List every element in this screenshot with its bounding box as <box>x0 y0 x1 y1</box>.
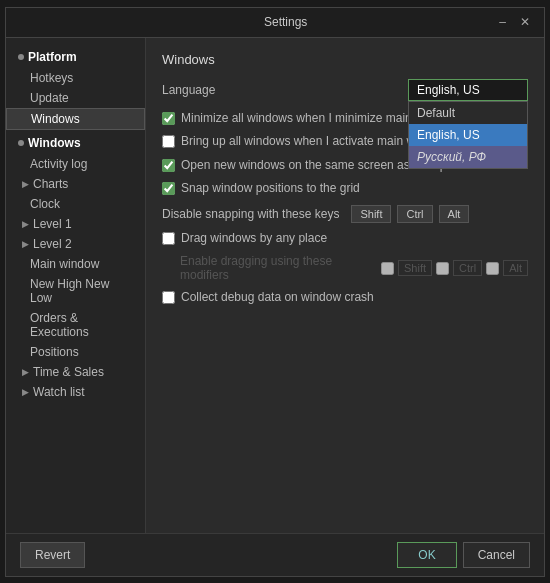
language-option-russian[interactable]: Русский, РФ <box>409 146 527 168</box>
drag-ctrl-checkbox[interactable] <box>436 262 449 275</box>
drag-shift-key: Shift <box>398 260 432 276</box>
snap-grid-row: Snap window positions to the grid <box>162 181 528 197</box>
section-title: Windows <box>162 52 528 67</box>
language-row: Language English, US Default English, US <box>162 79 528 101</box>
snap-keys-row: Disable snapping with these keys Shift C… <box>162 205 528 223</box>
drag-modifier-label: Enable dragging using these modifiers <box>180 254 373 282</box>
sidebar-item-level2[interactable]: ▶ Level 2 <box>6 234 145 254</box>
charts-arrow-icon: ▶ <box>22 179 29 189</box>
language-option-default[interactable]: Default <box>409 102 527 124</box>
language-label: Language <box>162 83 215 97</box>
settings-dialog: Settings – ✕ Platform Hotkeys Update <box>5 7 545 577</box>
level2-arrow-icon: ▶ <box>22 239 29 249</box>
language-option-english-us[interactable]: English, US <box>409 124 527 146</box>
time-sales-arrow-icon: ▶ <box>22 367 29 377</box>
footer-right-buttons: OK Cancel <box>397 542 530 568</box>
sidebar-item-update[interactable]: Update <box>6 88 145 108</box>
drag-shift-checkbox[interactable] <box>381 262 394 275</box>
dialog-title: Settings <box>76 15 495 29</box>
title-bar: Settings – ✕ <box>6 8 544 38</box>
drag-ctrl-key: Ctrl <box>453 260 482 276</box>
drag-alt-checkbox[interactable] <box>486 262 499 275</box>
same-screen-checkbox[interactable] <box>162 159 175 172</box>
drag-any-label: Drag windows by any place <box>181 231 327 247</box>
sidebar-item-charts[interactable]: ▶ Charts <box>6 174 145 194</box>
collect-debug-label: Collect debug data on window crash <box>181 290 374 306</box>
sidebar-item-positions[interactable]: Positions <box>6 342 145 362</box>
platform-bullet <box>18 54 24 60</box>
level1-arrow-icon: ▶ <box>22 219 29 229</box>
sidebar-item-main-window[interactable]: Main window <box>6 254 145 274</box>
sidebar-item-activity-log[interactable]: Activity log <box>6 154 145 174</box>
windows-section-label: Windows <box>6 132 145 154</box>
snap-grid-label: Snap window positions to the grid <box>181 181 360 197</box>
cancel-button[interactable]: Cancel <box>463 542 530 568</box>
language-dropdown-menu: Default English, US Русский, РФ <box>408 101 528 169</box>
sidebar-item-orders-executions[interactable]: Orders & Executions <box>6 308 145 342</box>
minimize-button[interactable]: – <box>495 15 510 29</box>
sidebar-item-windows-platform[interactable]: Windows <box>6 108 145 130</box>
language-dropdown[interactable]: English, US <box>408 79 528 101</box>
shift-key-btn[interactable]: Shift <box>351 205 391 223</box>
ok-button[interactable]: OK <box>397 542 456 568</box>
drag-modifier-row: Enable dragging using these modifiers Sh… <box>180 254 528 282</box>
drag-any-checkbox[interactable] <box>162 232 175 245</box>
main-content: Windows Language English, US Default Eng… <box>146 38 544 533</box>
sidebar-item-time-sales[interactable]: ▶ Time & Sales <box>6 362 145 382</box>
dialog-body: Platform Hotkeys Update Windows Windows <box>6 38 544 533</box>
dialog-footer: Revert OK Cancel <box>6 533 544 576</box>
close-button[interactable]: ✕ <box>516 15 534 29</box>
platform-section: Platform Hotkeys Update Windows <box>6 46 145 130</box>
sidebar-item-level1[interactable]: ▶ Level 1 <box>6 214 145 234</box>
ctrl-key-btn[interactable]: Ctrl <box>397 205 432 223</box>
drag-any-row: Drag windows by any place <box>162 231 528 247</box>
language-dropdown-wrapper: English, US Default English, US Русский,… <box>408 79 528 101</box>
title-bar-controls: – ✕ <box>495 15 534 29</box>
snap-keys-label: Disable snapping with these keys <box>162 207 339 221</box>
windows-section: Windows Activity log ▶ Charts Clock ▶ Le… <box>6 132 145 402</box>
snap-grid-checkbox[interactable] <box>162 182 175 195</box>
bring-up-all-checkbox[interactable] <box>162 135 175 148</box>
platform-section-label: Platform <box>6 46 145 68</box>
watch-list-arrow-icon: ▶ <box>22 387 29 397</box>
sidebar-item-watch-list[interactable]: ▶ Watch list <box>6 382 145 402</box>
minimize-all-checkbox[interactable] <box>162 112 175 125</box>
windows-bullet <box>18 140 24 146</box>
drag-alt-key: Alt <box>503 260 528 276</box>
bring-up-all-label: Bring up all windows when I activate mai… <box>181 134 446 150</box>
alt-key-btn[interactable]: Alt <box>439 205 470 223</box>
sidebar-item-hotkeys[interactable]: Hotkeys <box>6 68 145 88</box>
crash-debug-row: Collect debug data on window crash <box>162 290 528 306</box>
sidebar-item-new-high-new-low[interactable]: New High New Low <box>6 274 145 308</box>
sidebar-item-clock[interactable]: Clock <box>6 194 145 214</box>
sidebar: Platform Hotkeys Update Windows Windows <box>6 38 146 533</box>
collect-debug-checkbox[interactable] <box>162 291 175 304</box>
revert-button[interactable]: Revert <box>20 542 85 568</box>
